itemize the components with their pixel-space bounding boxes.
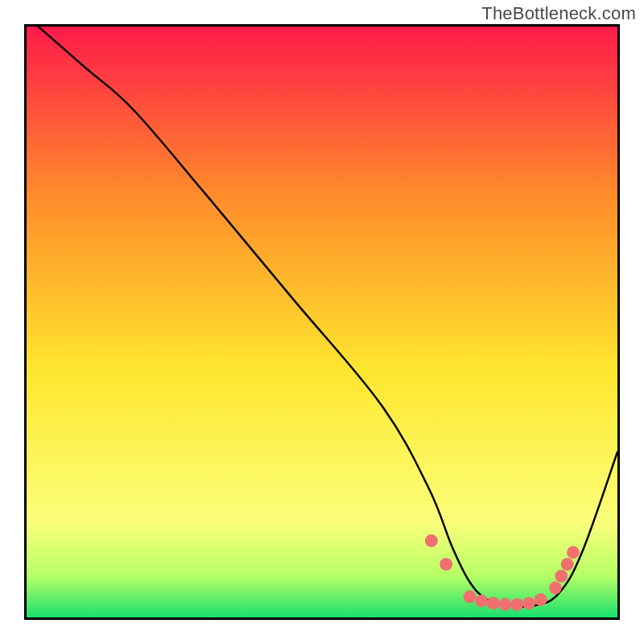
watermark-text: TheBottleneck.com: [481, 3, 636, 24]
trough-dot: [510, 598, 523, 611]
gradient-background: [27, 27, 617, 617]
trough-dot: [567, 546, 580, 559]
trough-dot: [425, 535, 438, 547]
plot-area: [24, 24, 620, 620]
svg-rect-0: [27, 27, 617, 617]
trough-dot: [475, 595, 488, 608]
trough-dot: [499, 598, 512, 611]
trough-dot: [561, 558, 574, 571]
trough-dot: [464, 590, 477, 603]
trough-dot: [549, 581, 562, 594]
chart-frame: TheBottleneck.com: [0, 0, 644, 644]
trough-dot: [522, 597, 535, 609]
chart-svg: [27, 27, 617, 617]
trough-dot: [487, 597, 500, 609]
trough-dot: [555, 570, 568, 583]
trough-dot: [535, 593, 547, 606]
trough-dot: [440, 558, 452, 571]
